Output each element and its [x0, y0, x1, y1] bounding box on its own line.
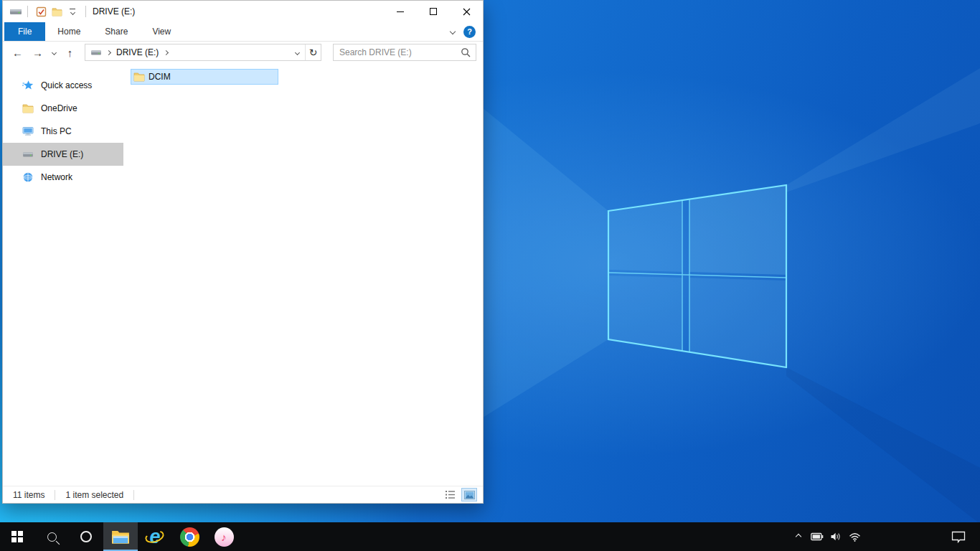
- desktop: DRIVE (E:) File Home Share View ? ← →: [0, 0, 980, 551]
- file-list: DCIM: [123, 63, 483, 486]
- start-button[interactable]: [0, 522, 34, 551]
- details-view-icon: [445, 490, 456, 499]
- taskbar-search-button[interactable]: [34, 522, 69, 551]
- search-box: [333, 44, 476, 61]
- properties-check-icon: [36, 6, 47, 17]
- minimize-button[interactable]: [384, 1, 417, 22]
- folder-icon: [22, 103, 34, 113]
- thumbnail-view-icon: [464, 491, 475, 499]
- chevron-down-icon: [450, 29, 456, 34]
- sidebar-item-label: DRIVE (E:): [41, 149, 83, 159]
- file-name: DCIM: [149, 72, 171, 82]
- thumbnail-view-button[interactable]: [461, 488, 477, 501]
- search-icon: [47, 532, 57, 542]
- folder-icon: [52, 7, 62, 17]
- qat-customize-chevron[interactable]: [65, 3, 80, 20]
- maximize-icon: [430, 8, 437, 15]
- expand-ribbon-button[interactable]: [451, 29, 455, 34]
- speaker-icon: [830, 532, 842, 542]
- up-button[interactable]: ↑: [61, 44, 79, 61]
- help-button[interactable]: ?: [463, 26, 476, 38]
- address-dropdown-button[interactable]: [289, 44, 305, 60]
- chevron-down-icon: [294, 50, 299, 55]
- sidebar-item-label: Network: [41, 172, 72, 182]
- details-view-button[interactable]: [442, 488, 458, 501]
- taskbar-chrome-button[interactable]: [172, 522, 207, 551]
- taskbar-file-explorer-button[interactable]: [103, 522, 138, 551]
- back-button[interactable]: ←: [9, 44, 27, 61]
- close-button[interactable]: [450, 1, 483, 22]
- ribbon-right-controls: ?: [451, 22, 476, 41]
- status-separator: [133, 490, 134, 500]
- chevron-right-icon: [106, 50, 111, 55]
- breadcrumb-drive-e[interactable]: DRIVE (E:): [112, 47, 163, 57]
- navigation-bar: ← → ↑ DRIVE (E:) ↻: [3, 42, 483, 63]
- drive-icon: [9, 6, 22, 17]
- taskbar-internet-explorer-button[interactable]: e: [138, 522, 172, 551]
- volume-tray-button[interactable]: [826, 522, 845, 551]
- cortana-icon: [80, 531, 92, 542]
- wifi-tray-button[interactable]: [845, 522, 864, 551]
- system-tray: [789, 522, 980, 551]
- cortana-button[interactable]: [69, 522, 103, 551]
- window-body: Quick access OneDrive This PC: [3, 63, 483, 486]
- sidebar-item-this-pc[interactable]: This PC: [3, 120, 123, 143]
- qat-properties-button[interactable]: [33, 3, 49, 20]
- file-explorer-icon: [111, 529, 130, 545]
- sidebar-item-label: This PC: [41, 126, 72, 136]
- battery-tray-button[interactable]: [808, 522, 826, 551]
- address-bar[interactable]: DRIVE (E:) ↻: [85, 44, 321, 61]
- status-bar: 11 items 1 item selected: [3, 486, 483, 503]
- monitor-icon: [22, 126, 34, 137]
- sidebar-item-drive-e[interactable]: DRIVE (E:): [3, 143, 123, 166]
- breadcrumb-chevron[interactable]: [105, 51, 112, 55]
- action-center-button[interactable]: [941, 522, 976, 551]
- tab-home[interactable]: Home: [45, 22, 93, 41]
- battery-icon: [811, 532, 824, 541]
- quick-access-star-icon: [22, 80, 34, 91]
- chrome-icon: [180, 527, 199, 547]
- tab-share[interactable]: Share: [93, 22, 140, 41]
- itunes-icon: ♪: [215, 527, 234, 547]
- sidebar-item-onedrive[interactable]: OneDrive: [3, 97, 123, 120]
- chevron-up-icon: [796, 534, 801, 540]
- folder-icon: [133, 72, 145, 82]
- window-title: DRIVE (E:): [93, 6, 135, 17]
- windows-logo-icon: [11, 531, 23, 542]
- tab-view[interactable]: View: [140, 22, 183, 41]
- recent-locations-button[interactable]: [49, 44, 59, 61]
- taskbar: e ♪: [0, 522, 980, 551]
- search-icon[interactable]: [461, 47, 471, 57]
- chevron-right-icon: [164, 50, 169, 55]
- drive-icon: [22, 150, 34, 159]
- tab-file[interactable]: File: [4, 22, 45, 41]
- sidebar-item-label: OneDrive: [41, 103, 77, 113]
- search-input[interactable]: [334, 47, 461, 57]
- breadcrumb-chevron[interactable]: [163, 51, 169, 55]
- music-note-icon: ♪: [221, 531, 227, 543]
- forward-button[interactable]: →: [29, 44, 47, 61]
- selection-count: 1 item selected: [55, 490, 133, 500]
- wifi-icon: [849, 532, 861, 542]
- drive-icon: [85, 48, 105, 57]
- items-count: 11 items: [3, 490, 55, 500]
- sidebar-item-quick-access[interactable]: Quick access: [3, 74, 123, 97]
- view-toggles: [442, 488, 477, 501]
- file-item-dcim[interactable]: DCIM: [131, 69, 278, 85]
- titlebar-separator: [27, 6, 28, 17]
- explorer-window: DRIVE (E:) File Home Share View ? ← →: [2, 0, 484, 504]
- titlebar-separator: [85, 6, 86, 17]
- navigation-pane: Quick access OneDrive This PC: [3, 63, 123, 486]
- minimize-icon: [397, 11, 404, 12]
- sidebar-item-network[interactable]: Network: [3, 166, 123, 189]
- refresh-button[interactable]: ↻: [305, 44, 321, 60]
- show-hidden-icons-button[interactable]: [789, 522, 808, 551]
- qat-new-folder-button[interactable]: [49, 3, 65, 20]
- taskbar-itunes-button[interactable]: ♪: [207, 522, 241, 551]
- maximize-button[interactable]: [417, 1, 450, 22]
- chevron-down-icon: [51, 50, 56, 55]
- network-globe-icon: [22, 171, 34, 183]
- ribbon-tab-bar: File Home Share View ?: [3, 22, 483, 42]
- title-bar: DRIVE (E:): [3, 1, 483, 22]
- ie-ring: [143, 528, 166, 545]
